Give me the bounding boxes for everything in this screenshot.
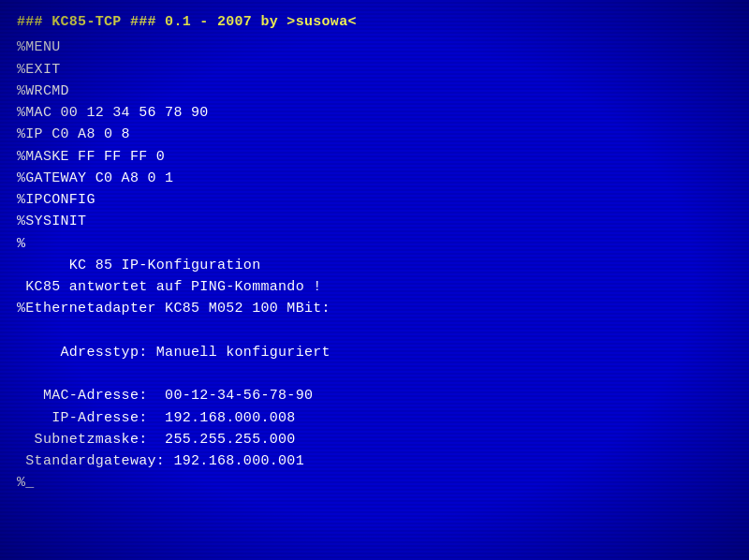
cmd-menu: %MENU xyxy=(17,37,732,58)
ping-line: KC85 antwortet auf PING-Kommando ! xyxy=(17,276,732,298)
blank-line-2 xyxy=(17,363,732,385)
cmd-exit: %EXIT xyxy=(17,59,732,81)
cmd-maske: %MASKE FF FF FF 0 xyxy=(17,146,732,168)
cmd-sysinit: %SYSINIT xyxy=(17,211,732,232)
subnet-line: Subnetzmaske: 255.255.255.000 xyxy=(17,429,732,450)
adapter-line: %Ethernetadapter KC85 M052 100 MBit: xyxy=(17,298,732,319)
cmd-percent: % xyxy=(17,233,732,255)
addr-type-line: Adresstyp: Manuell konfiguriert xyxy=(17,342,732,363)
mac-addr-line: MAC-Adresse: 00-12-34-56-78-90 xyxy=(17,385,732,406)
cmd-ipconfig: %IPCONFIG xyxy=(17,189,732,211)
cmd-mac: %MAC 00 12 34 56 78 90 xyxy=(17,102,732,124)
blank-line-1 xyxy=(17,320,732,342)
title-line: ### KC85-TCP ### 0.1 - 2007 by >susowa< xyxy=(17,11,732,33)
gateway-line: Standardgateway: 192.168.000.001 xyxy=(17,450,732,472)
cmd-wrcmd: %WRCMD xyxy=(17,81,732,102)
cmd-gateway: %GATEWAY C0 A8 0 1 xyxy=(17,168,732,189)
terminal-content: ### KC85-TCP ### 0.1 - 2007 by >susowa< … xyxy=(17,11,732,494)
ip-addr-line: IP-Adresse: 192.168.000.008 xyxy=(17,407,732,429)
prompt-line: %_ xyxy=(17,472,732,494)
cmd-ip: %IP C0 A8 0 8 xyxy=(17,124,732,145)
info-header: KC 85 IP-Konfiguration xyxy=(17,255,732,276)
terminal-screen: ### KC85-TCP ### 0.1 - 2007 by >susowa< … xyxy=(0,0,749,560)
